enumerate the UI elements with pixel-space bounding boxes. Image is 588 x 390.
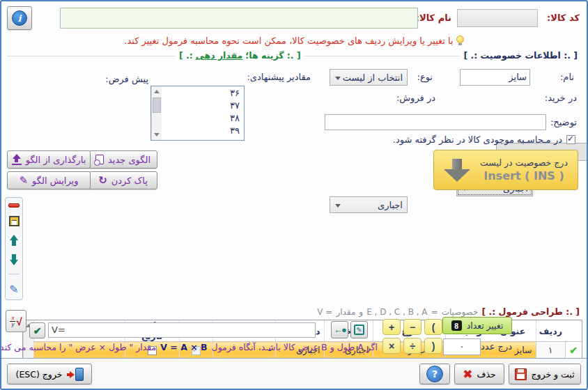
listbox-scrollbar[interactable]	[151, 86, 162, 140]
count-badge: 8	[451, 320, 462, 331]
stock-calc-label: در مـحاسـبه موجودی کالا در نظر گرفته شود…	[393, 134, 562, 145]
product-name-label: نام کالا:	[416, 13, 451, 23]
check-icon: ✔	[569, 344, 578, 357]
options-section-title: [ .: گزینه ها؛ مقدار دهی :. ]	[176, 50, 304, 61]
check-icon: ✔	[33, 325, 42, 336]
product-property-window: کد کالا: نام کالا: i با تغییر یا ویرایش …	[0, 0, 588, 390]
product-code-field	[457, 9, 538, 27]
formula-input[interactable]: V=	[48, 322, 316, 338]
formula-hint: اگر A طول و B عرض کالا باشـد، آنگاه فرمو…	[0, 342, 378, 352]
move-up-button[interactable]	[8, 235, 20, 246]
change-count-button[interactable]: تغییر تعداد 8	[442, 317, 512, 334]
attr-name-label: نام:	[560, 72, 574, 82]
insert-property-button[interactable]: درج خصوصیت در لیست Insert ( INS )	[433, 150, 578, 190]
load-template-button[interactable]: بارگذاری از الگو	[7, 150, 91, 169]
divide-button[interactable]: ÷	[403, 338, 421, 354]
edit-row-button[interactable]: ✎	[8, 283, 20, 295]
exit-door-icon	[67, 368, 84, 381]
exit-button[interactable]: خروج (ESC)	[7, 364, 92, 384]
product-name-field[interactable]	[60, 8, 418, 29]
formula-section-title: V = مقدار و E , D , C , B , A = خصوصیات …	[317, 306, 580, 317]
new-file-icon	[95, 155, 104, 164]
info-icon: i	[12, 10, 27, 26]
new-template-button[interactable]: الگوی جدید	[88, 150, 157, 169]
recycle-icon: ↻	[98, 174, 107, 187]
arrow-up-icon	[10, 235, 18, 246]
insert-down-arrow-icon	[444, 159, 470, 182]
save-icon	[515, 368, 527, 380]
insert-number-label: درج عدد:	[478, 341, 512, 352]
operator-pad: + − ( × ÷ )	[382, 319, 442, 354]
help-icon: ?	[426, 366, 443, 382]
toolbar-divider	[8, 274, 20, 274]
open-paren-button[interactable]: (	[424, 319, 442, 335]
note-input[interactable]	[325, 114, 546, 130]
product-code-label: کد کالا:	[547, 13, 580, 23]
arrow-down-icon	[10, 254, 18, 265]
sale-mode-dropdown[interactable]: اجباری	[330, 196, 408, 213]
pencil-icon: ✎	[9, 283, 18, 296]
apply-formula-button[interactable]: ✔	[29, 322, 45, 338]
floppy-icon	[9, 216, 20, 226]
close-paren-button[interactable]: )	[424, 338, 442, 354]
delete-row-button[interactable]	[8, 203, 20, 208]
property-info-section-title: [ .: اطلاعات خصوصیت :. ]	[460, 50, 581, 61]
chevron-down-icon	[335, 77, 341, 80]
minus-button[interactable]: −	[403, 319, 421, 335]
attr-type-label: نوع:	[417, 72, 433, 82]
footer-bar: خروج (ESC) ثبت و خروج حذف ✖ ?	[1, 358, 587, 389]
default-value-label: پیش فرض:	[105, 74, 148, 84]
backspace-button[interactable]: ←●	[331, 321, 348, 338]
help-button[interactable]: ?	[419, 364, 450, 384]
edit-icon: ✎	[354, 325, 364, 335]
list-item[interactable]: ۳۷	[162, 100, 242, 112]
save-row-button[interactable]	[8, 216, 20, 226]
upload-icon	[12, 154, 22, 165]
pencil-icon: ✎	[19, 174, 28, 187]
note-label: توضیح:	[550, 117, 577, 127]
move-down-button[interactable]	[8, 254, 20, 265]
multiply-button[interactable]: ×	[382, 338, 401, 354]
list-item[interactable]: ۳۶	[162, 87, 242, 100]
suggested-values-listbox[interactable]: ۳۶ ۳۷ ۳۸ ۳۹	[150, 86, 245, 141]
col-row-number: ردیف	[536, 320, 565, 342]
chevron-down-icon	[335, 204, 341, 208]
stock-calc-checkbox[interactable]	[566, 135, 575, 144]
row-toolbar: ✎	[5, 197, 23, 300]
scroll-up-icon[interactable]	[154, 90, 160, 93]
value-entry-link[interactable]: مقدار دهی	[196, 50, 243, 61]
plus-button[interactable]: +	[382, 319, 401, 335]
edit-formula-button[interactable]: ✎	[350, 321, 368, 338]
scroll-down-icon[interactable]	[154, 133, 160, 136]
delete-button[interactable]: حذف ✖	[454, 364, 504, 384]
stock-calc-checkbox-row[interactable]: در مـحاسـبه موجودی کالا در نظر گرفته شود…	[393, 134, 575, 145]
sale-mode-label: در فروش:	[396, 93, 435, 103]
list-item[interactable]: ۳۹	[162, 125, 242, 137]
list-item[interactable]: ۳۸	[162, 112, 242, 125]
attr-type-dropdown[interactable]: انتخاب از لیست	[330, 69, 408, 86]
info-button[interactable]: i	[7, 6, 32, 30]
attr-name-input[interactable]: سایز	[460, 69, 530, 86]
edit-template-button[interactable]: ویرایش الگو ✎	[7, 171, 91, 189]
bulb-icon	[456, 36, 464, 45]
scroll-thumb[interactable]	[153, 98, 161, 113]
sqrt-icon: √	[16, 315, 22, 327]
sqrt-function-button[interactable]: √ xy	[6, 310, 26, 332]
insert-number-input[interactable]: ۰	[443, 338, 481, 355]
suggested-values-label: مقادیر پیشنهادی:	[247, 72, 311, 82]
backspace-icon: ←●	[334, 325, 346, 335]
minus-icon	[8, 203, 20, 208]
purchase-mode-label: در خرید:	[545, 93, 577, 103]
formula-warning-text: با تغییر یا ویرایش ردیف های خصوصیت کالا،…	[99, 36, 489, 46]
clear-button[interactable]: پاک کردن ↻	[88, 171, 157, 189]
save-exit-button[interactable]: ثبت و خروج	[509, 364, 581, 384]
x-icon: ✖	[463, 367, 472, 381]
check-column-header	[565, 320, 582, 342]
row-number: ۱	[536, 342, 565, 359]
